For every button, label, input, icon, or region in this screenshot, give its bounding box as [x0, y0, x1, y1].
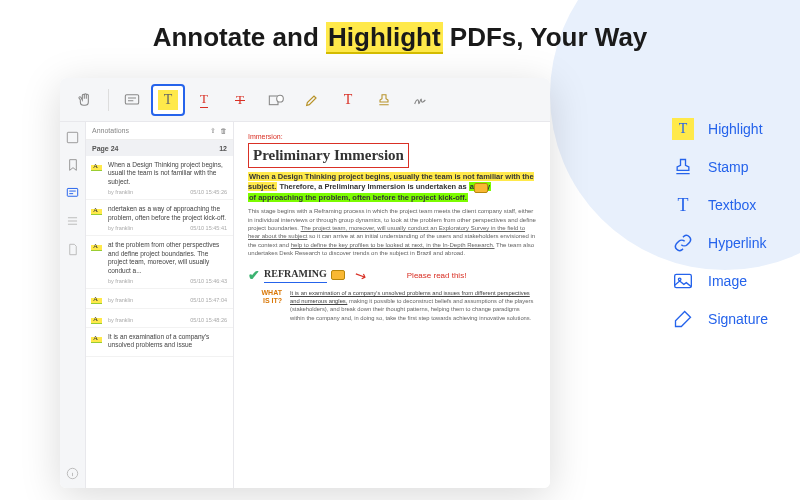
vtab-form[interactable] [64, 240, 82, 258]
sticky-note-icon[interactable] [474, 183, 488, 193]
highlight-marker-icon [91, 162, 102, 171]
svg-rect-0 [125, 94, 138, 103]
vtab-anno[interactable] [64, 184, 82, 202]
headline-post: PDFs, Your Way [443, 22, 648, 52]
feature-highlight[interactable]: T Highlight [672, 118, 768, 140]
sticky-note-icon-2[interactable] [331, 270, 345, 280]
arrow-icon: ↘ [351, 264, 370, 287]
image-icon [672, 270, 694, 292]
highlight-marker-icon [91, 242, 102, 251]
headline-pre: Annotate and [153, 22, 326, 52]
toolbar: T T T T [60, 78, 550, 122]
highlight-marker-icon [91, 334, 102, 343]
hl-green-2: of approaching the problem, often before… [248, 193, 468, 202]
vtab-outline[interactable] [64, 212, 82, 230]
annotations-sidebar: Annotations ⇪ 🗑 Page 24 12 When a Design… [86, 122, 234, 488]
toolbar-sep [108, 89, 109, 111]
anno-text: at the problem from other perspectives a… [108, 241, 227, 275]
what-text: It is an examination of a company's unso… [290, 289, 536, 321]
trash-icon[interactable]: 🗑 [220, 127, 227, 135]
highlight-marker-icon [91, 295, 102, 304]
anno-meta: by franklin05/10 15:47:04 [108, 297, 227, 304]
immersion-label: Immersion: [248, 132, 536, 142]
highlight-icon: T [158, 90, 178, 110]
underline-tool[interactable]: T [187, 84, 221, 116]
sign-tool[interactable] [403, 84, 437, 116]
doc-body: This stage begins with a Reframing proce… [248, 207, 536, 257]
what-section: WHATIS IT? It is an examination of a com… [248, 289, 536, 321]
highlight-marker-icon [91, 315, 102, 324]
reframing-title: REFRAMING [264, 267, 327, 283]
what-label: WHATIS IT? [248, 289, 282, 304]
anno-meta: by franklin05/10 15:45:26 [108, 189, 227, 196]
anno-item[interactable]: It is an examination of a company's unso… [86, 328, 233, 357]
signature-icon [672, 308, 694, 330]
page-label: Page 24 [92, 145, 118, 152]
sidebar-header-icons: ⇪ 🗑 [210, 127, 227, 135]
anno-item[interactable]: by franklin05/10 15:47:04 [86, 289, 233, 308]
page-count: 12 [219, 145, 227, 152]
sidebar-header: Annotations ⇪ 🗑 [86, 122, 233, 140]
svg-rect-6 [675, 274, 692, 287]
text-tool[interactable]: T [331, 84, 365, 116]
reframing-row: ✔ REFRAMING ↘ Please read this! [248, 266, 536, 286]
svg-rect-3 [67, 132, 77, 142]
highlight-tool[interactable]: T [151, 84, 185, 116]
vtab-thumb[interactable] [64, 128, 82, 146]
app-window: T T T T Annotations ⇪ 🗑 [60, 78, 550, 488]
anno-meta: by franklin05/10 15:46:43 [108, 278, 227, 285]
textbox-icon: T [672, 194, 694, 216]
feature-label: Highlight [708, 121, 762, 137]
feature-stamp[interactable]: Stamp [672, 156, 768, 178]
link-icon [672, 232, 694, 254]
svg-point-2 [277, 95, 284, 102]
svg-rect-4 [67, 188, 77, 196]
feature-label: Textbox [708, 197, 756, 213]
stamp-tool[interactable] [367, 84, 401, 116]
feature-label: Hyperlink [708, 235, 766, 251]
vtab-info[interactable] [64, 464, 82, 482]
page-header[interactable]: Page 24 12 [86, 140, 233, 156]
para-b: Therefore, a Preliminary Immersion is un… [279, 182, 468, 191]
anno-item[interactable]: When a Design Thinking project begins, u… [86, 156, 233, 200]
checkmark-icon: ✔ [248, 266, 260, 286]
anno-item[interactable]: by franklin05/10 15:48:26 [86, 309, 233, 328]
export-icon[interactable]: ⇪ [210, 127, 216, 135]
shape-tool[interactable] [259, 84, 293, 116]
read-this-label: Please read this! [407, 270, 467, 281]
headline: Annotate and Highlight PDFs, Your Way [0, 0, 800, 71]
hand-tool[interactable] [68, 84, 102, 116]
feature-signature[interactable]: Signature [672, 308, 768, 330]
headline-highlight: Highlight [326, 22, 443, 54]
strike-tool[interactable]: T [223, 84, 257, 116]
doc-para1: When a Design Thinking project begins, u… [248, 172, 536, 204]
app-body: Annotations ⇪ 🗑 Page 24 12 When a Design… [60, 122, 550, 488]
anno-list: When a Design Thinking project begins, u… [86, 156, 233, 357]
anno-item[interactable]: at the problem from other perspectives a… [86, 236, 233, 289]
feature-hyperlink[interactable]: Hyperlink [672, 232, 768, 254]
highlight-icon: T [672, 118, 694, 140]
vtab-bookmark[interactable] [64, 156, 82, 174]
anno-text: ndertaken as a way of approaching the pr… [108, 205, 227, 222]
feature-image[interactable]: Image [672, 270, 768, 292]
highlight-marker-icon [91, 206, 102, 215]
anno-meta: by franklin05/10 15:48:26 [108, 317, 227, 324]
feature-label: Stamp [708, 159, 748, 175]
feature-list: T Highlight Stamp T Textbox Hyperlink Im… [672, 118, 768, 330]
note-tool[interactable] [115, 84, 149, 116]
anno-item[interactable]: ndertaken as a way of approaching the pr… [86, 200, 233, 236]
feature-label: Signature [708, 311, 768, 327]
feature-textbox[interactable]: T Textbox [672, 194, 768, 216]
anno-meta: by franklin05/10 15:45:41 [108, 225, 227, 232]
doc-title: Preliminary Immersion [248, 143, 409, 168]
vertical-tabs [60, 122, 86, 488]
anno-text: When a Design Thinking project begins, u… [108, 161, 227, 186]
stamp-icon [672, 156, 694, 178]
draw-tool[interactable] [295, 84, 329, 116]
feature-label: Image [708, 273, 747, 289]
document-content: Immersion: Preliminary Immersion When a … [234, 122, 550, 488]
anno-text: It is an examination of a company's unso… [108, 333, 227, 350]
sidebar-title: Annotations [92, 127, 129, 134]
